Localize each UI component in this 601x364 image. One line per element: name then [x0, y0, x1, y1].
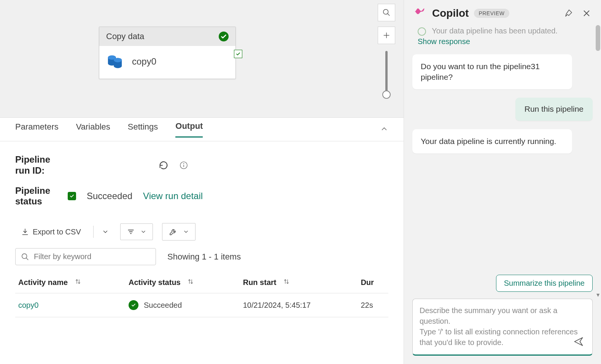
col-activity-status[interactable]: Activity status	[126, 272, 240, 293]
tab-variables[interactable]: Variables	[76, 122, 110, 137]
svg-point-15	[22, 253, 27, 258]
database-icon	[106, 53, 124, 70]
tabs-bar: Parameters Variables Settings Output	[0, 118, 404, 141]
suggestion-chip[interactable]: Summarize this pipeline	[496, 275, 593, 292]
scrollbar[interactable]: ▼	[596, 25, 600, 297]
svg-point-4	[114, 58, 122, 62]
separator	[93, 226, 94, 238]
main-panel: Copy data copy0	[0, 0, 404, 364]
check-icon	[69, 193, 75, 199]
copilot-logo-icon	[414, 7, 427, 20]
showing-count: Showing 1 - 1 items	[167, 252, 241, 262]
sort-icon	[283, 278, 290, 285]
svg-point-10	[183, 163, 184, 164]
send-icon	[573, 336, 584, 347]
refresh-button[interactable]	[158, 160, 169, 171]
run-id-row: Pipeline run ID:	[15, 154, 388, 176]
filter-input[interactable]	[34, 252, 150, 261]
send-button[interactable]	[573, 336, 584, 347]
suggestion-row: Summarize this pipeline	[412, 269, 593, 297]
export-csv-label: Export to CSV	[33, 228, 81, 236]
status-badge	[68, 192, 76, 200]
table-row[interactable]: copy0 Succeeded 10/21/2024, 5:45:17 22s	[15, 293, 388, 317]
output-toolbar: Export to CSV	[15, 223, 388, 241]
copilot-title: Copilot	[432, 7, 469, 19]
search-icon	[21, 253, 29, 261]
svg-point-5	[383, 9, 388, 14]
col-activity-name[interactable]: Activity name	[15, 272, 126, 293]
output-table: Activity name Activity status Run start	[15, 272, 388, 317]
output-body: Pipeline run ID: Pipeline status Succeed…	[0, 141, 404, 364]
status-row: Pipeline status Succeeded View run detai…	[15, 185, 388, 207]
zoom-thumb[interactable]	[382, 90, 391, 99]
show-response-link[interactable]: Show response	[418, 37, 587, 46]
close-button[interactable]	[582, 9, 591, 18]
success-icon	[129, 300, 138, 310]
success-icon	[219, 32, 229, 41]
status-label: Pipeline status	[15, 185, 57, 207]
refresh-icon	[158, 160, 169, 171]
chevron-down-icon	[140, 229, 146, 235]
activity-success-badge	[234, 50, 242, 58]
detail-panel: Parameters Variables Settings Output Pip…	[0, 118, 404, 364]
canvas-tools	[378, 4, 395, 97]
run-id-label: Pipeline run ID:	[15, 154, 57, 176]
col-run-start[interactable]: Run start	[240, 272, 358, 293]
info-button[interactable]	[180, 161, 188, 169]
filter-columns-button[interactable]	[120, 223, 153, 240]
check-icon	[418, 27, 426, 36]
scrollbar-thumb[interactable]	[596, 25, 600, 51]
chevron-down-icon	[102, 228, 109, 235]
composer[interactable]: Describe the summary you want or ask a q…	[412, 299, 593, 356]
svg-line-6	[388, 14, 390, 16]
status-text: Succeeded	[87, 191, 132, 201]
view-run-detail-link[interactable]: View run detail	[143, 191, 203, 201]
activity-body: copy0	[99, 46, 235, 79]
filter-icon	[127, 228, 135, 236]
tab-settings[interactable]: Settings	[128, 122, 158, 137]
broom-icon	[564, 9, 573, 18]
activity-header: Copy data	[99, 27, 235, 46]
close-icon	[582, 9, 591, 18]
copilot-body: ▼ Your data pipeline has been updated. S…	[404, 25, 601, 297]
zoom-slider[interactable]	[385, 51, 388, 97]
clear-button[interactable]	[564, 9, 573, 18]
add-button[interactable]	[378, 27, 395, 44]
search-button[interactable]	[378, 4, 395, 21]
activity-name-label: copy0	[132, 56, 156, 67]
composer-placeholder: Describe the summary you want or ask a q…	[420, 306, 578, 347]
preview-badge: PREVIEW	[474, 9, 509, 18]
search-icon	[382, 8, 391, 17]
col-duration[interactable]: Dur	[358, 272, 388, 293]
cell-run-start: 10/21/2024, 5:45:17	[240, 293, 358, 317]
filter-input-wrap[interactable]	[15, 248, 156, 265]
assistant-message: Your data pipeline is currently running.	[412, 129, 572, 154]
svg-line-16	[26, 258, 29, 260]
pipeline-canvas[interactable]: Copy data copy0	[0, 0, 404, 118]
scroll-down-icon[interactable]: ▼	[595, 292, 601, 297]
settings-dropdown-button[interactable]	[162, 223, 196, 241]
wrench-icon	[169, 227, 178, 236]
cell-duration: 22s	[358, 293, 388, 317]
user-action-message: Run this pipeline	[515, 98, 593, 120]
tab-output[interactable]: Output	[175, 121, 203, 138]
sort-icon	[187, 278, 194, 285]
info-icon	[180, 161, 188, 169]
copilot-header: Copilot PREVIEW	[404, 0, 601, 25]
chevron-down-icon	[183, 229, 189, 235]
cell-activity-status: Succeeded	[126, 293, 240, 317]
partial-message: Your data pipeline has been updated. Sho…	[412, 27, 593, 46]
filter-row: Showing 1 - 1 items	[15, 248, 388, 265]
assistant-message: Do you want to run the pipeline31 pipeli…	[412, 54, 572, 90]
plus-icon	[382, 31, 391, 40]
tab-parameters[interactable]: Parameters	[15, 122, 59, 137]
chevron-up-icon	[380, 125, 388, 133]
collapse-panel-button[interactable]	[380, 125, 388, 133]
copilot-actions	[564, 9, 591, 18]
sort-icon	[75, 278, 81, 285]
activity-node[interactable]: Copy data copy0	[99, 27, 236, 79]
cell-activity-name[interactable]: copy0	[15, 293, 126, 317]
export-csv-button[interactable]: Export to CSV	[15, 224, 87, 240]
copilot-panel: Copilot PREVIEW ▼ Your data pipeline has…	[404, 0, 601, 364]
export-csv-dropdown[interactable]	[100, 225, 111, 239]
